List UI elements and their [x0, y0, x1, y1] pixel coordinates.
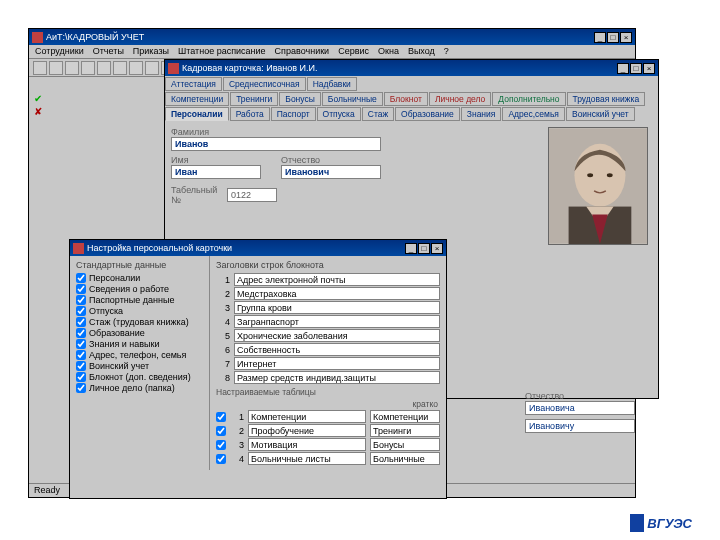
checkbox-label: Сведения о работе — [89, 284, 169, 294]
tab[interactable]: Надбавки — [307, 77, 357, 91]
toolbar-button[interactable] — [145, 61, 159, 75]
toolbar-button[interactable] — [65, 61, 79, 75]
decl-input[interactable]: Ивановичу — [525, 419, 635, 433]
checkbox-row[interactable]: Адрес, телефон, семья — [76, 350, 203, 360]
tab[interactable]: Блокнот — [384, 92, 428, 106]
minimize-button[interactable]: _ — [617, 63, 629, 74]
tab[interactable]: Бонусы — [279, 92, 321, 106]
checkbox[interactable] — [216, 454, 226, 464]
checkbox[interactable] — [76, 350, 86, 360]
note-row: 6 — [216, 343, 440, 356]
tab[interactable]: Образование — [395, 107, 460, 121]
toolbar-button[interactable] — [33, 61, 47, 75]
tab[interactable]: Стаж — [362, 107, 394, 121]
checkbox-row[interactable]: Сведения о работе — [76, 284, 203, 294]
checkbox[interactable] — [76, 339, 86, 349]
menu-item[interactable]: Справочники — [275, 46, 330, 57]
checkbox[interactable] — [76, 273, 86, 283]
note-input[interactable] — [234, 301, 440, 314]
tabnum-input[interactable]: 0122 — [227, 188, 277, 202]
cross-icon[interactable]: ✘ — [33, 107, 43, 117]
table-short-input[interactable] — [370, 438, 440, 451]
checkbox[interactable] — [76, 306, 86, 316]
checkbox[interactable] — [76, 317, 86, 327]
minimize-button[interactable]: _ — [405, 243, 417, 254]
tab[interactable]: Адрес,семья — [502, 107, 565, 121]
toolbar-button[interactable] — [81, 61, 95, 75]
tab[interactable]: Трудовая книжка — [567, 92, 646, 106]
note-input[interactable] — [234, 273, 440, 286]
table-name-input[interactable] — [248, 438, 366, 451]
menu-item[interactable]: Приказы — [133, 46, 169, 57]
name-input[interactable]: Иван — [171, 165, 261, 179]
maximize-button[interactable]: □ — [607, 32, 619, 43]
toolbar-button[interactable] — [49, 61, 63, 75]
menu-item[interactable]: Окна — [378, 46, 399, 57]
menu-item[interactable]: Штатное расписание — [178, 46, 266, 57]
checkbox[interactable] — [76, 284, 86, 294]
checkbox-row[interactable]: Воинский учет — [76, 361, 203, 371]
table-short-input[interactable] — [370, 410, 440, 423]
table-short-input[interactable] — [370, 452, 440, 465]
table-name-input[interactable] — [248, 410, 366, 423]
checkbox[interactable] — [76, 372, 86, 382]
checkbox-row[interactable]: Персоналии — [76, 273, 203, 283]
tab[interactable]: Тренинги — [230, 92, 278, 106]
tab[interactable]: Больничные — [322, 92, 383, 106]
checkbox-row[interactable]: Знания и навыки — [76, 339, 203, 349]
checkbox-row[interactable]: Блокнот (доп. сведения) — [76, 372, 203, 382]
toolbar-button[interactable] — [129, 61, 143, 75]
patronymic-input[interactable]: Иванович — [281, 165, 381, 179]
checkbox-row[interactable]: Отпуска — [76, 306, 203, 316]
tab[interactable]: Среднесписочная — [223, 77, 306, 91]
note-input[interactable] — [234, 357, 440, 370]
tab[interactable]: Дополнительно — [492, 92, 565, 106]
menu-item[interactable]: ? — [444, 46, 449, 57]
tab[interactable]: Паспорт — [271, 107, 316, 121]
note-input[interactable] — [234, 315, 440, 328]
tab[interactable]: Компетенции — [165, 92, 229, 106]
checkbox-row[interactable]: Паспортные данные — [76, 295, 203, 305]
tab[interactable]: Воинский учет — [566, 107, 635, 121]
decl-input[interactable]: Ивановича — [525, 401, 635, 415]
tab[interactable]: Персоналии — [165, 107, 229, 121]
tab[interactable]: Работа — [230, 107, 270, 121]
toolbar-button[interactable] — [113, 61, 127, 75]
settings-icon — [73, 243, 84, 254]
maximize-button[interactable]: □ — [418, 243, 430, 254]
menu-item[interactable]: Выход — [408, 46, 435, 57]
minimize-button[interactable]: _ — [594, 32, 606, 43]
check-icon[interactable]: ✔ — [33, 94, 43, 104]
checkbox[interactable] — [76, 361, 86, 371]
table-name-input[interactable] — [248, 424, 366, 437]
surname-input[interactable]: Иванов — [171, 137, 381, 151]
checkbox[interactable] — [216, 412, 226, 422]
close-button[interactable]: × — [620, 32, 632, 43]
menu-item[interactable]: Сервис — [338, 46, 369, 57]
toolbar-button[interactable] — [97, 61, 111, 75]
table-name-input[interactable] — [248, 452, 366, 465]
note-input[interactable] — [234, 371, 440, 384]
checkbox[interactable] — [76, 328, 86, 338]
table-short-input[interactable] — [370, 424, 440, 437]
checkbox[interactable] — [216, 426, 226, 436]
note-input[interactable] — [234, 329, 440, 342]
checkbox[interactable] — [216, 440, 226, 450]
checkbox[interactable] — [76, 383, 86, 393]
note-input[interactable] — [234, 343, 440, 356]
checkbox[interactable] — [76, 295, 86, 305]
checkbox-row[interactable]: Личное дело (папка) — [76, 383, 203, 393]
label: Табельный № — [171, 185, 219, 205]
tab[interactable]: Отпуска — [317, 107, 361, 121]
checkbox-row[interactable]: Образование — [76, 328, 203, 338]
tab[interactable]: Знания — [461, 107, 502, 121]
tab[interactable]: Личное дело — [429, 92, 491, 106]
tab[interactable]: Аттестация — [165, 77, 222, 91]
close-button[interactable]: × — [643, 63, 655, 74]
menu-item[interactable]: Отчеты — [93, 46, 124, 57]
close-button[interactable]: × — [431, 243, 443, 254]
menu-item[interactable]: Сотрудники — [35, 46, 84, 57]
maximize-button[interactable]: □ — [630, 63, 642, 74]
checkbox-row[interactable]: Стаж (трудовая книжка) — [76, 317, 203, 327]
note-input[interactable] — [234, 287, 440, 300]
